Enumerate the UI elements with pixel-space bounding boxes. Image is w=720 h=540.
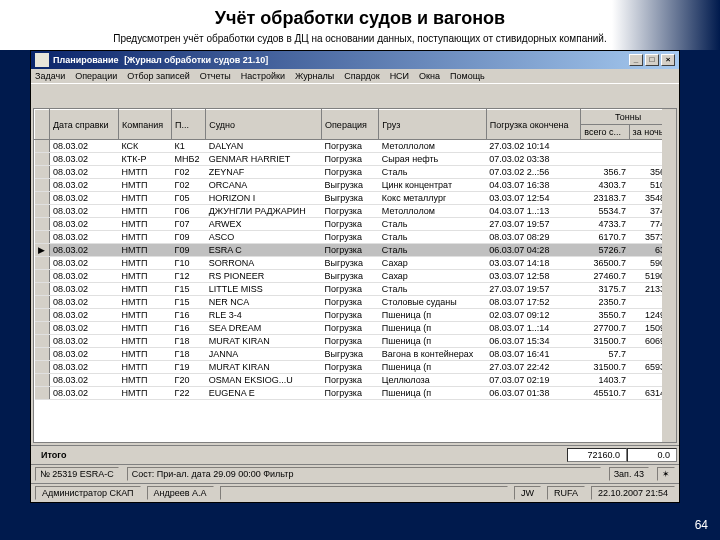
col-company[interactable]: Компания [118,110,171,140]
menu-item[interactable]: Отбор записей [127,71,189,81]
row-indicator [35,205,50,218]
toolbar-button[interactable] [77,86,95,104]
table-row[interactable]: 08.03.02НМТПГ06ДЖУНГЛИ РАДЖАРИНПогрузкаМ… [35,205,676,218]
table-row[interactable]: 08.03.02НМТПГ15LITTLE MISSПогрузкаСталь2… [35,283,676,296]
menu-item[interactable]: Задачи [35,71,65,81]
row-indicator [35,153,50,166]
footer: Администратор СКАП Андреев А.А JW RUFA 2… [31,483,679,502]
table-row[interactable]: 08.03.02НМТПГ16RLE 3-4ПогрузкаПшеница (п… [35,309,676,322]
toolbar [31,83,679,106]
table-row[interactable]: 08.03.02НМТПГ18JANNAВыгрузкаВагона в кон… [35,348,676,361]
titlebar: Планирование [Журнал обработки судов 21.… [31,51,679,69]
table-row[interactable]: 08.03.02КТК-РМНБ2GENMAR HARRIETПогрузкаС… [35,153,676,166]
totals-value-1: 72160.0 [567,448,627,462]
table-row[interactable]: 08.03.02НМТПГ22EUGENA EПогрузкаПшеница (… [35,387,676,400]
status-zap: Зап. 43 [609,467,649,481]
row-indicator [35,348,50,361]
menu-item[interactable]: Журналы [295,71,334,81]
table-row[interactable]: 08.03.02НМТПГ07ARWEXПогрузкаСталь27.03.0… [35,218,676,231]
table-row[interactable]: 08.03.02НМТПГ02ZEYNAFПогрузкаСталь07.03.… [35,166,676,179]
table-row[interactable]: 08.03.02НМТПГ09ASCOПогрузкаСталь08.03.07… [35,231,676,244]
row-indicator [35,361,50,374]
totals-value-2: 0.0 [627,448,677,462]
grid[interactable]: Дата справки Компания П... Судно Операци… [33,108,677,443]
table-row[interactable]: 08.03.02НМТПГ15NER NCAПогрузкаСтоловые с… [35,296,676,309]
statusbar: № 25319 ESRA-C Сост: При-ал. дата 29.09 … [31,464,679,483]
row-indicator [35,322,50,335]
col-cargo[interactable]: Груз [379,110,486,140]
table-row[interactable]: 08.03.02НМТПГ05HORIZON IВыгрузкаКокс мет… [35,192,676,205]
col-end[interactable]: Погрузка окончена [486,110,580,140]
app-title: Планирование [53,55,119,65]
footer-admin: Администратор СКАП [35,486,141,500]
menu-item[interactable]: Помощь [450,71,485,81]
row-indicator [35,179,50,192]
row-indicator [35,387,50,400]
menu-item[interactable]: НСИ [390,71,409,81]
status-state: Сост: При-ал. дата 29.09 00:00 Фильтр [127,467,601,481]
row-indicator [35,140,50,153]
status-record: № 25319 ESRA-C [35,467,119,481]
row-indicator: ▶ [35,244,50,257]
menubar: Задачи Операции Отбор записей Отчеты Нас… [31,69,679,83]
table-row[interactable]: 08.03.02НМТПГ20OSMAN EKSIOG...UПогрузкаЦ… [35,374,676,387]
table-row[interactable]: ▶08.03.02НМТПГ09ESRA CПогрузкаСталь06.03… [35,244,676,257]
status-icon[interactable]: ✶ [657,467,675,481]
col-tons-total[interactable]: всего с... [581,125,629,140]
toolbar-button[interactable] [56,86,74,104]
row-indicator [35,166,50,179]
close-button[interactable]: × [661,54,675,66]
footer-timestamp: 22.10.2007 21:54 [591,486,675,500]
app-icon [35,53,49,67]
totals-label: Итого [33,448,74,462]
table-row[interactable]: 08.03.02НМТПГ12RS PIONEERВыгрузкаСахар03… [35,270,676,283]
table-row[interactable]: 08.03.02НМТПГ18MURAT KIRANПогрузкаПшениц… [35,335,676,348]
row-indicator [35,374,50,387]
row-indicator [35,309,50,322]
footer-org: RUFA [547,486,585,500]
menu-item[interactable]: Отчеты [200,71,231,81]
row-indicator [35,335,50,348]
row-indicator [35,270,50,283]
minimize-button[interactable]: _ [629,54,643,66]
table-row[interactable]: 08.03.02НМТПГ16SEA DREAMПогрузкаПшеница … [35,322,676,335]
toolbar-button[interactable] [35,86,53,104]
col-ship[interactable]: Судно [206,110,322,140]
menu-item[interactable]: Спардок [344,71,379,81]
vertical-scrollbar[interactable] [662,109,676,442]
slide-title: Учёт обработки судов и вагонов [0,0,720,33]
totals-row: Итого 72160.0 0.0 [31,445,679,464]
doc-title: [Журнал обработки судов 21.10] [124,55,268,65]
table-row[interactable]: 08.03.02НМТПГ10SORRONAВыгрузкаСахар03.03… [35,257,676,270]
footer-user: Андреев А.А [147,486,214,500]
menu-item[interactable]: Окна [419,71,440,81]
table-row[interactable]: 08.03.02НМТПГ02ORCANAВыгрузкаЦинк концен… [35,179,676,192]
col-operation[interactable]: Операция [322,110,379,140]
row-indicator [35,218,50,231]
col-pn[interactable]: П... [172,110,206,140]
menu-item[interactable]: Настройки [241,71,285,81]
maximize-button[interactable]: □ [645,54,659,66]
footer-ws: JW [514,486,541,500]
row-indicator [35,296,50,309]
page-number: 64 [695,518,708,532]
toolbar-button[interactable] [98,86,116,104]
table-row[interactable]: 08.03.02НМТПГ19MURAT KIRANПогрузкаПшениц… [35,361,676,374]
slide-subtitle: Предусмотрен учёт обработки судов в ДЦ н… [0,33,720,50]
row-indicator [35,283,50,296]
table-row[interactable]: 08.03.02КСКК1DALYANПогрузкаМетоллолом27.… [35,140,676,153]
row-indicator [35,257,50,270]
app-window: Планирование [Журнал обработки судов 21.… [30,50,680,503]
col-date[interactable]: Дата справки [49,110,118,140]
row-indicator [35,231,50,244]
menu-item[interactable]: Операции [75,71,117,81]
row-indicator [35,192,50,205]
